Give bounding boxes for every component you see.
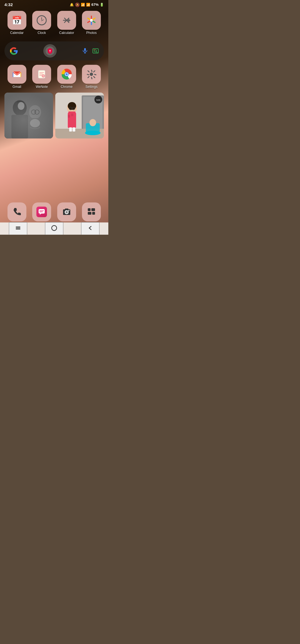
top-app-row: 📅 Calendar Clock Calculator <box>4 11 104 35</box>
settings-icon <box>82 65 101 84</box>
status-icons: 🔔 🔕 📶 📶 67% 🔋 <box>70 3 104 7</box>
google-g-icon <box>9 46 18 55</box>
svg-rect-26 <box>4 93 53 138</box>
svg-rect-48 <box>68 115 70 118</box>
settings-label: Settings <box>86 85 98 89</box>
search-right-icons <box>82 48 99 54</box>
app-calendar[interactable]: 📅 Calendar <box>8 11 26 35</box>
svg-point-44 <box>89 119 96 126</box>
sim-icon: 🔔 <box>70 3 74 7</box>
photos-icon <box>82 11 101 30</box>
svg-point-29 <box>29 105 41 119</box>
search-bar[interactable]: T <box>4 41 104 60</box>
app-settings[interactable]: Settings <box>82 65 101 89</box>
wenote-icon: ✎ <box>32 65 51 84</box>
photos-label: Photos <box>86 31 97 35</box>
svg-point-25 <box>66 73 68 75</box>
main-content: 📅 Calendar Clock Calculator <box>0 8 108 234</box>
svg-rect-30 <box>28 118 42 138</box>
status-time: 4:32 <box>4 2 13 7</box>
app-wenote[interactable]: ✎ WeNote <box>32 65 51 89</box>
calculator-label: Calculator <box>59 31 74 35</box>
photo-color[interactable]: hello <box>55 93 104 138</box>
svg-text:✎: ✎ <box>42 75 44 77</box>
battery-icon: 🔋 <box>100 3 104 7</box>
clock-label: Clock <box>38 31 46 35</box>
battery-label: 67% <box>91 3 99 7</box>
svg-rect-49 <box>71 113 73 116</box>
svg-text:hello: hello <box>96 99 101 101</box>
svg-rect-28 <box>11 115 28 138</box>
photos-widget-row: hello <box>4 93 104 138</box>
svg-rect-8 <box>84 48 86 51</box>
svg-rect-53 <box>69 127 72 132</box>
wifi-icon: 📶 <box>81 3 85 7</box>
mic-icon <box>82 48 88 54</box>
status-bar: 4:32 🔔 🔕 📶 📶 67% 🔋 <box>0 0 108 8</box>
app-chrome[interactable]: Chrome <box>57 65 76 89</box>
photo-bw[interactable] <box>4 93 53 138</box>
svg-point-35 <box>30 119 40 127</box>
clock-icon <box>32 11 51 30</box>
screen-search-icon <box>92 48 99 54</box>
chrome-label: Chrome <box>61 85 72 89</box>
wenote-label: WeNote <box>36 85 48 89</box>
svg-text:T: T <box>49 49 51 53</box>
chrome-icon <box>57 65 76 84</box>
middle-app-row: Gmail ✎ WeNote <box>4 65 104 89</box>
calendar-icon: 📅 <box>8 11 26 30</box>
signal-icon: 📶 <box>86 3 90 7</box>
svg-point-27 <box>13 100 27 116</box>
svg-rect-11 <box>93 49 98 53</box>
svg-rect-54 <box>72 127 75 132</box>
app-gmail[interactable]: Gmail <box>8 65 26 89</box>
calendar-label: Calendar <box>10 31 24 35</box>
svg-point-5 <box>90 19 93 22</box>
gmail-icon <box>8 65 26 84</box>
calculator-icon <box>57 11 76 30</box>
svg-point-32 <box>31 110 36 114</box>
svg-line-13 <box>96 52 97 53</box>
app-clock[interactable]: Clock <box>32 11 51 35</box>
app-calculator[interactable]: Calculator <box>57 11 76 35</box>
tmobile-icon: T <box>43 44 57 58</box>
search-center-widget: T <box>21 44 79 58</box>
svg-point-33 <box>35 110 39 114</box>
app-photos[interactable]: Photos <box>82 11 101 35</box>
svg-point-31 <box>18 102 24 110</box>
gmail-label: Gmail <box>12 85 21 89</box>
mute-icon: 🔕 <box>75 3 80 7</box>
